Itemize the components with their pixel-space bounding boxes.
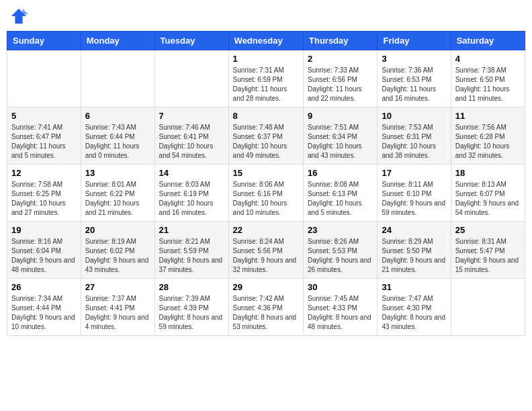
- col-header-friday: Friday: [378, 32, 451, 50]
- day-number: 15: [233, 168, 299, 178]
- day-number: 30: [308, 282, 373, 292]
- day-number: 6: [85, 111, 150, 121]
- calendar-header-row: SundayMondayTuesdayWednesdayThursdayFrid…: [7, 32, 525, 50]
- day-number: 11: [455, 111, 521, 121]
- day-number: 16: [308, 168, 373, 178]
- day-number: 29: [233, 282, 299, 292]
- day-number: 12: [11, 168, 77, 178]
- day-number: 8: [233, 111, 299, 121]
- calendar-cell: 2Sunrise: 7:33 AM Sunset: 6:56 PM Daylig…: [304, 50, 378, 107]
- calendar-week-row: 26Sunrise: 7:34 AM Sunset: 4:44 PM Dayli…: [7, 279, 525, 336]
- calendar-cell: 15Sunrise: 8:06 AM Sunset: 6:16 PM Dayli…: [228, 165, 303, 222]
- day-number: 3: [382, 54, 446, 64]
- calendar-cell: 25Sunrise: 8:31 AM Sunset: 5:47 PM Dayli…: [451, 222, 525, 279]
- calendar-cell: 7Sunrise: 7:46 AM Sunset: 6:41 PM Daylig…: [154, 107, 228, 165]
- day-number: 23: [308, 225, 373, 235]
- day-number: 9: [308, 111, 373, 121]
- day-info: Sunrise: 8:31 AM Sunset: 5:47 PM Dayligh…: [455, 237, 521, 275]
- day-info: Sunrise: 7:38 AM Sunset: 6:50 PM Dayligh…: [455, 66, 521, 103]
- calendar-cell: [81, 50, 154, 107]
- calendar-cell: 1Sunrise: 7:31 AM Sunset: 6:59 PM Daylig…: [228, 50, 303, 107]
- day-number: 26: [11, 282, 77, 292]
- calendar-table: SundayMondayTuesdayWednesdayThursdayFrid…: [7, 31, 525, 336]
- day-number: 2: [308, 54, 373, 64]
- page-header: [7, 7, 525, 26]
- day-number: 1: [233, 54, 299, 64]
- calendar-week-row: 19Sunrise: 8:16 AM Sunset: 6:04 PM Dayli…: [7, 222, 525, 279]
- day-number: 18: [455, 168, 521, 178]
- day-info: Sunrise: 7:48 AM Sunset: 6:37 PM Dayligh…: [233, 123, 299, 161]
- col-header-monday: Monday: [81, 32, 154, 50]
- calendar-cell: 4Sunrise: 7:38 AM Sunset: 6:50 PM Daylig…: [451, 50, 525, 107]
- day-number: 25: [455, 225, 521, 235]
- calendar-cell: [7, 50, 81, 107]
- day-number: 22: [233, 225, 299, 235]
- calendar-cell: 14Sunrise: 8:03 AM Sunset: 6:19 PM Dayli…: [154, 165, 228, 222]
- calendar-cell: 22Sunrise: 8:24 AM Sunset: 5:56 PM Dayli…: [228, 222, 303, 279]
- calendar-cell: 19Sunrise: 8:16 AM Sunset: 6:04 PM Dayli…: [7, 222, 81, 279]
- day-info: Sunrise: 7:47 AM Sunset: 4:30 PM Dayligh…: [382, 294, 446, 332]
- calendar-week-row: 1Sunrise: 7:31 AM Sunset: 6:59 PM Daylig…: [7, 50, 525, 107]
- calendar-cell: 17Sunrise: 8:11 AM Sunset: 6:10 PM Dayli…: [378, 165, 451, 222]
- day-number: 31: [382, 282, 446, 292]
- day-number: 21: [159, 225, 224, 235]
- day-info: Sunrise: 7:43 AM Sunset: 6:44 PM Dayligh…: [85, 123, 150, 161]
- day-info: Sunrise: 7:51 AM Sunset: 6:34 PM Dayligh…: [308, 123, 373, 161]
- col-header-sunday: Sunday: [7, 32, 81, 50]
- calendar-cell: 24Sunrise: 8:29 AM Sunset: 5:50 PM Dayli…: [378, 222, 451, 279]
- day-info: Sunrise: 8:08 AM Sunset: 6:13 PM Dayligh…: [308, 180, 373, 218]
- day-info: Sunrise: 7:37 AM Sunset: 4:41 PM Dayligh…: [85, 294, 150, 332]
- calendar-cell: 23Sunrise: 8:26 AM Sunset: 5:53 PM Dayli…: [304, 222, 378, 279]
- calendar-cell: 21Sunrise: 8:21 AM Sunset: 5:59 PM Dayli…: [154, 222, 228, 279]
- calendar-cell: 11Sunrise: 7:56 AM Sunset: 6:28 PM Dayli…: [451, 107, 525, 165]
- day-number: 4: [455, 54, 521, 64]
- day-number: 7: [159, 111, 224, 121]
- day-info: Sunrise: 8:13 AM Sunset: 6:07 PM Dayligh…: [455, 180, 521, 218]
- day-info: Sunrise: 7:34 AM Sunset: 4:44 PM Dayligh…: [11, 294, 77, 332]
- day-info: Sunrise: 7:42 AM Sunset: 4:36 PM Dayligh…: [233, 294, 299, 332]
- calendar-cell: 30Sunrise: 7:45 AM Sunset: 4:33 PM Dayli…: [304, 279, 378, 336]
- day-info: Sunrise: 7:33 AM Sunset: 6:56 PM Dayligh…: [308, 66, 373, 103]
- day-number: 27: [85, 282, 150, 292]
- day-info: Sunrise: 8:21 AM Sunset: 5:59 PM Dayligh…: [159, 237, 224, 275]
- day-info: Sunrise: 8:06 AM Sunset: 6:16 PM Dayligh…: [233, 180, 299, 218]
- logo: [9, 7, 31, 26]
- day-info: Sunrise: 8:24 AM Sunset: 5:56 PM Dayligh…: [233, 237, 299, 275]
- logo-icon: [9, 7, 28, 26]
- calendar-week-row: 12Sunrise: 7:58 AM Sunset: 6:25 PM Dayli…: [7, 165, 525, 222]
- day-number: 28: [159, 282, 224, 292]
- day-info: Sunrise: 8:29 AM Sunset: 5:50 PM Dayligh…: [382, 237, 446, 275]
- day-info: Sunrise: 7:56 AM Sunset: 6:28 PM Dayligh…: [455, 123, 521, 161]
- day-number: 10: [382, 111, 446, 121]
- calendar-cell: 18Sunrise: 8:13 AM Sunset: 6:07 PM Dayli…: [451, 165, 525, 222]
- calendar-cell: 10Sunrise: 7:53 AM Sunset: 6:31 PM Dayli…: [378, 107, 451, 165]
- day-info: Sunrise: 7:53 AM Sunset: 6:31 PM Dayligh…: [382, 123, 446, 161]
- calendar-cell: 28Sunrise: 7:39 AM Sunset: 4:39 PM Dayli…: [154, 279, 228, 336]
- calendar-cell: 26Sunrise: 7:34 AM Sunset: 4:44 PM Dayli…: [7, 279, 81, 336]
- calendar-cell: 13Sunrise: 8:01 AM Sunset: 6:22 PM Dayli…: [81, 165, 154, 222]
- day-number: 17: [382, 168, 446, 178]
- calendar-cell: 27Sunrise: 7:37 AM Sunset: 4:41 PM Dayli…: [81, 279, 154, 336]
- calendar-cell: 9Sunrise: 7:51 AM Sunset: 6:34 PM Daylig…: [304, 107, 378, 165]
- calendar-week-row: 5Sunrise: 7:41 AM Sunset: 6:47 PM Daylig…: [7, 107, 525, 165]
- col-header-tuesday: Tuesday: [154, 32, 228, 50]
- day-number: 13: [85, 168, 150, 178]
- day-info: Sunrise: 7:36 AM Sunset: 6:53 PM Dayligh…: [382, 66, 446, 103]
- day-info: Sunrise: 7:45 AM Sunset: 4:33 PM Dayligh…: [308, 294, 373, 332]
- calendar-cell: 12Sunrise: 7:58 AM Sunset: 6:25 PM Dayli…: [7, 165, 81, 222]
- day-info: Sunrise: 7:31 AM Sunset: 6:59 PM Dayligh…: [233, 66, 299, 103]
- day-info: Sunrise: 7:58 AM Sunset: 6:25 PM Dayligh…: [11, 180, 77, 218]
- day-number: 14: [159, 168, 224, 178]
- calendar-cell: 31Sunrise: 7:47 AM Sunset: 4:30 PM Dayli…: [378, 279, 451, 336]
- calendar-cell: 16Sunrise: 8:08 AM Sunset: 6:13 PM Dayli…: [304, 165, 378, 222]
- calendar-cell: 6Sunrise: 7:43 AM Sunset: 6:44 PM Daylig…: [81, 107, 154, 165]
- col-header-saturday: Saturday: [451, 32, 525, 50]
- col-header-thursday: Thursday: [304, 32, 378, 50]
- calendar-cell: [451, 279, 525, 336]
- day-info: Sunrise: 8:03 AM Sunset: 6:19 PM Dayligh…: [159, 180, 224, 218]
- calendar-cell: 8Sunrise: 7:48 AM Sunset: 6:37 PM Daylig…: [228, 107, 303, 165]
- day-number: 20: [85, 225, 150, 235]
- svg-marker-1: [23, 9, 28, 14]
- calendar-cell: 3Sunrise: 7:36 AM Sunset: 6:53 PM Daylig…: [378, 50, 451, 107]
- day-number: 19: [11, 225, 77, 235]
